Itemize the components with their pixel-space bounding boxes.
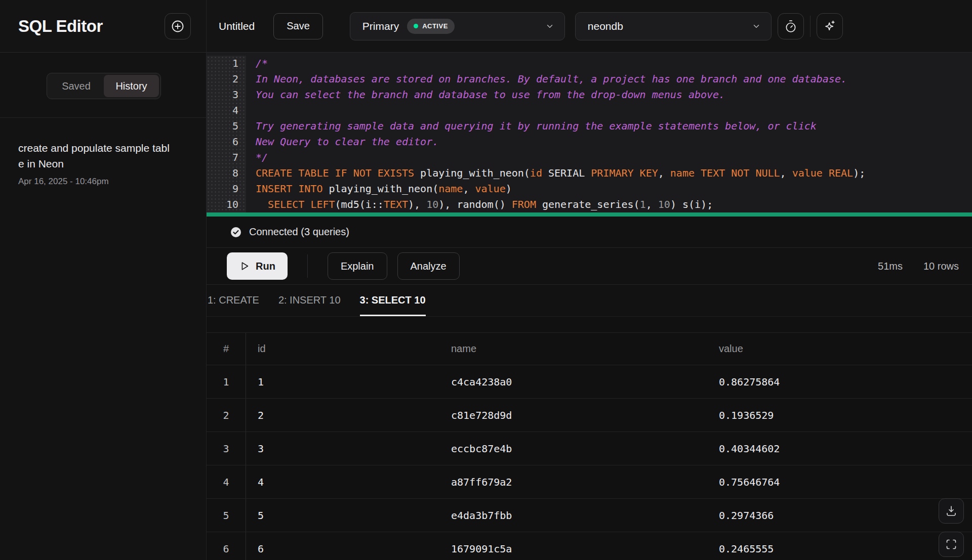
code-token: TEXT [384, 198, 408, 210]
code-token: (md5(i:: [335, 198, 384, 210]
branch-select[interactable]: Primary ACTIVE [350, 12, 565, 40]
code-token: Try generating sample data and querying … [256, 120, 817, 132]
column-header-name: name [439, 343, 707, 355]
code-line[interactable]: New Query to clear the editor. [256, 134, 972, 150]
code-token: SELECT [268, 198, 304, 210]
new-query-button[interactable] [165, 13, 191, 39]
status-dot [414, 24, 418, 28]
table-cell: 3 [246, 443, 439, 455]
code-line[interactable]: /* [256, 56, 972, 71]
code-line[interactable]: INSERT INTO playing_with_neon(name, valu… [256, 181, 972, 197]
table-cell: 0.2974366 [707, 509, 972, 522]
query-metrics: 51ms 10 rows [878, 261, 959, 272]
run-button[interactable]: Run [227, 252, 288, 280]
topbar: Untitled Save Primary ACTIVE neondb [207, 0, 972, 53]
code-token: ) s(i); [670, 198, 713, 210]
column-header-index: # [207, 333, 246, 365]
ai-assist-button[interactable] [817, 13, 843, 39]
table-cell: 5 [207, 499, 246, 532]
plus-circle-icon [171, 19, 185, 33]
tab-saved[interactable]: Saved [49, 75, 104, 97]
table-cell: c81e728d9d [439, 409, 707, 421]
code-line[interactable]: SELECT LEFT(md5(i::TEXT), 10), random() … [256, 197, 972, 212]
code-line[interactable]: */ [256, 150, 972, 165]
chevron-down-icon [752, 22, 761, 31]
history-list-item[interactable]: create and populate sample table in Neon… [0, 118, 206, 187]
table-cell: a87ff679a2 [439, 476, 707, 488]
code-line[interactable]: CREATE TABLE IF NOT EXISTS playing_with_… [256, 165, 972, 181]
editor-resize-bar[interactable] [207, 212, 972, 217]
sidebar-body: Saved History create and populate sample… [0, 53, 206, 560]
table-cell: 1 [246, 376, 439, 388]
table-row[interactable]: 33eccbc87e4b0.40344602 [207, 432, 972, 465]
code-token: 10 [426, 198, 438, 210]
connection-status-row: Connected (3 queries) [207, 217, 972, 248]
table-cell: 4 [246, 476, 439, 488]
result-tabs: 1: CREATE2: INSERT 103: SELECT 10 [207, 285, 972, 317]
code-token: name [438, 183, 463, 195]
table-cell: 0.86275864 [707, 376, 972, 388]
code-line[interactable]: You can select the branch and database t… [256, 87, 972, 103]
table-row[interactable]: 44a87ff679a20.75646764 [207, 465, 972, 499]
line-number: 2 [207, 71, 246, 87]
code-token: SERIAL [542, 167, 591, 179]
stopwatch-icon [784, 20, 797, 33]
explain-button[interactable]: Explain [328, 252, 387, 280]
check-circle-icon [230, 226, 242, 238]
code-token: ), random() [438, 198, 512, 210]
table-cell: 0.2465555 [707, 543, 972, 555]
database-select[interactable]: neondb [575, 12, 772, 40]
code-token: New Query to clear the editor. [256, 136, 438, 148]
query-history-timer-button[interactable] [778, 13, 804, 39]
column-header-value: value [707, 343, 972, 355]
table-cell: c4ca4238a0 [439, 376, 707, 388]
save-button[interactable]: Save [273, 13, 323, 39]
play-icon [239, 261, 250, 272]
tab-history[interactable]: History [104, 75, 159, 97]
table-cell: 3 [207, 432, 246, 465]
code-lines: /*In Neon, databases are stored on branc… [246, 56, 972, 212]
code-token: , [646, 198, 658, 210]
database-name: neondb [588, 20, 623, 32]
code-token: 10 [658, 198, 670, 210]
table-cell: 5 [246, 509, 439, 522]
fullscreen-button[interactable] [939, 532, 964, 557]
code-line[interactable]: In Neon, databases are stored on branche… [256, 71, 972, 87]
code-line[interactable]: Try generating sample data and querying … [256, 118, 972, 134]
sql-code-editor[interactable]: 12345678910 /*In Neon, databases are sto… [207, 53, 972, 212]
code-token: generate_series( [536, 198, 640, 210]
table-row[interactable]: 55e4da3b7fbb0.2974366 [207, 499, 972, 532]
result-tab-3[interactable]: 3: SELECT 10 [360, 285, 426, 316]
table-cell: 0.1936529 [707, 409, 972, 421]
actions-row: Run Explain Analyze 51ms 10 rows [207, 248, 972, 285]
download-results-button[interactable] [939, 498, 964, 524]
result-tab-2[interactable]: 2: INSERT 10 [278, 285, 341, 316]
download-icon [945, 505, 957, 517]
code-token: PRIMARY KEY [591, 167, 658, 179]
table-cell: 2 [207, 399, 246, 432]
code-token: playing_with_neon( [322, 183, 438, 195]
line-number: 10 [207, 197, 246, 212]
code-token: REAL [829, 167, 853, 179]
table-row[interactable]: 11c4ca4238a00.86275864 [207, 365, 972, 399]
code-token: You can select the branch and database t… [256, 89, 725, 101]
table-cell: 2 [246, 409, 439, 421]
history-item-title: create and populate sample table in Neon [18, 140, 171, 171]
code-token: In Neon, databases are stored on branche… [256, 73, 847, 85]
line-number: 4 [207, 103, 246, 118]
line-number: 7 [207, 150, 246, 165]
table-row[interactable]: 22c81e728d9d0.1936529 [207, 399, 972, 432]
table-cell: eccbc87e4b [439, 443, 707, 455]
table-row[interactable]: 661679091c5a0.2465555 [207, 532, 972, 560]
query-row-count: 10 rows [923, 261, 959, 272]
code-line[interactable] [256, 103, 972, 118]
line-number: 6 [207, 134, 246, 150]
sparkles-icon [823, 20, 836, 33]
code-token [823, 167, 829, 179]
code-token [695, 167, 701, 179]
code-token: , [780, 167, 792, 179]
result-tab-1[interactable]: 1: CREATE [208, 285, 259, 316]
code-token: id [530, 167, 542, 179]
table-header: #idnamevalue [207, 332, 972, 365]
analyze-button[interactable]: Analyze [397, 252, 460, 280]
